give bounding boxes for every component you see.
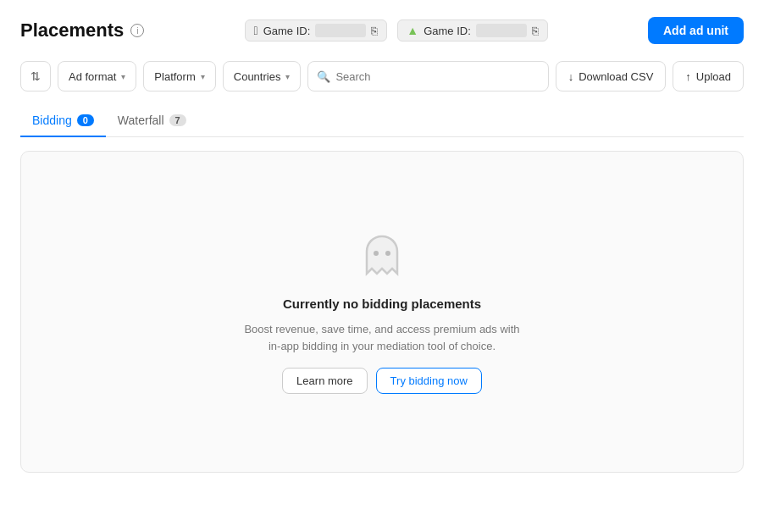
page-title: Placements — [20, 19, 124, 42]
countries-label: Countries — [234, 70, 281, 83]
ghost-icon — [357, 230, 407, 283]
chevron-down-icon: ▾ — [201, 72, 205, 81]
android-icon: ▲ — [407, 24, 418, 37]
add-ad-unit-button[interactable]: Add ad unit — [648, 17, 744, 44]
sort-icon: ⇅ — [30, 69, 41, 83]
download-csv-label: Download CSV — [579, 70, 653, 83]
empty-state-actions: Learn more Try bidding now — [282, 368, 482, 394]
platform-filter[interactable]: Platform ▾ — [143, 61, 215, 91]
countries-filter[interactable]: Countries ▾ — [223, 61, 302, 91]
game-id-ios-label: Game ID: — [263, 25, 311, 37]
tabs-container: Bidding 0 Waterfall 7 — [20, 105, 744, 137]
game-id-android-value — [476, 24, 527, 37]
search-input[interactable] — [335, 70, 539, 83]
info-icon[interactable]: i — [130, 24, 144, 37]
upload-button[interactable]: ↑ Upload — [673, 61, 744, 91]
download-csv-button[interactable]: ↓ Download CSV — [556, 61, 667, 91]
sort-button[interactable]: ⇅ — [20, 61, 51, 91]
tab-bidding[interactable]: Bidding 0 — [20, 105, 106, 137]
tab-bidding-label: Bidding — [32, 114, 72, 127]
svg-point-0 — [374, 251, 379, 256]
platform-label: Platform — [154, 70, 195, 83]
learn-more-button[interactable]: Learn more — [282, 368, 367, 394]
game-ids-container:  Game ID: ⎘ ▲ Game ID: ⎘ — [245, 19, 548, 42]
copy-ios-icon[interactable]: ⎘ — [371, 25, 378, 37]
tab-waterfall-label: Waterfall — [118, 114, 164, 127]
game-id-android-badge: ▲ Game ID: ⎘ — [397, 19, 547, 42]
header-left: Placements i — [20, 19, 144, 42]
empty-state-title: Currently no bidding placements — [283, 296, 481, 311]
search-box[interactable]: 🔍 — [307, 61, 548, 91]
upload-label: Upload — [696, 70, 731, 83]
upload-icon: ↑ — [685, 70, 691, 83]
empty-state-description: Boost revenue, save time, and access pre… — [238, 321, 526, 354]
empty-state: Currently no bidding placements Boost re… — [221, 196, 543, 428]
apple-icon:  — [254, 24, 258, 37]
tab-waterfall[interactable]: Waterfall 7 — [106, 105, 198, 137]
tab-waterfall-badge: 7 — [169, 114, 186, 126]
try-bidding-button[interactable]: Try bidding now — [376, 368, 482, 394]
download-icon: ↓ — [568, 70, 574, 83]
game-id-ios-badge:  Game ID: ⎘ — [245, 19, 388, 42]
toolbar: ⇅ Ad format ▾ Platform ▾ Countries ▾ 🔍 ↓… — [20, 61, 744, 91]
chevron-down-icon: ▾ — [285, 72, 290, 81]
chevron-down-icon: ▾ — [121, 72, 125, 81]
svg-point-1 — [385, 251, 390, 256]
search-icon: 🔍 — [317, 70, 330, 83]
copy-android-icon[interactable]: ⎘ — [532, 25, 539, 37]
page-header: Placements i  Game ID: ⎘ ▲ Game ID: ⎘ A… — [20, 17, 744, 44]
content-area: Currently no bidding placements Boost re… — [20, 151, 744, 473]
tab-bidding-badge: 0 — [77, 114, 94, 126]
ad-format-filter[interactable]: Ad format ▾ — [58, 61, 136, 91]
ad-format-label: Ad format — [69, 70, 116, 83]
game-id-ios-value — [315, 24, 366, 37]
game-id-android-label: Game ID: — [424, 25, 471, 37]
